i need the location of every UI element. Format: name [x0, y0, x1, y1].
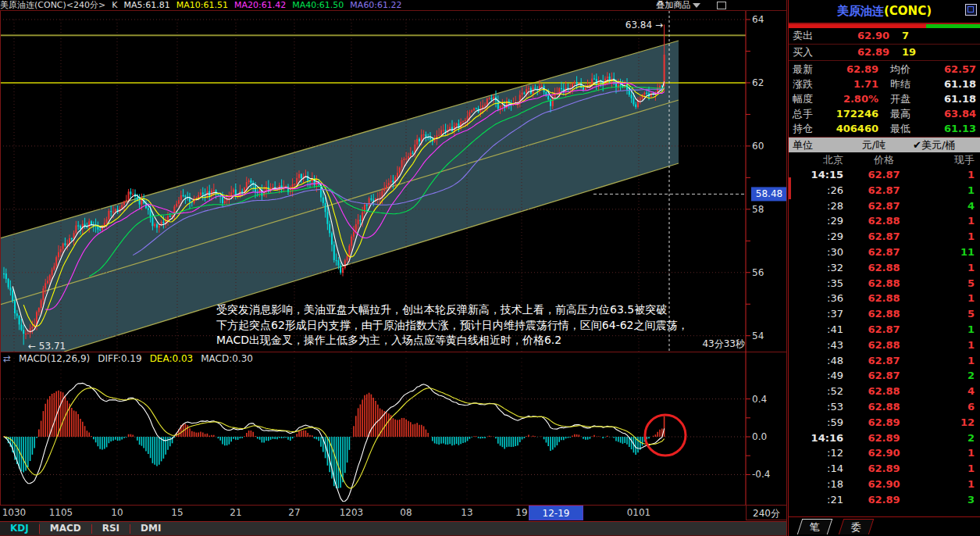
unit-usd-option[interactable]: ✔美元/桶 [913, 138, 980, 152]
x-axis-label: 13 [444, 507, 490, 518]
x-axis-label: 21 [212, 507, 259, 518]
contract-name: 美原油连 [837, 4, 884, 18]
ma-legend: MA5:61.81MA10:61.51MA20:61.42MA40:61.50M… [123, 0, 408, 10]
bar-countdown-timer: 43分33秒 [692, 338, 745, 351]
x-axis-label: 27 [271, 507, 318, 518]
col-volume: 现手 [925, 152, 980, 167]
indicator-tabbar: KDJMACDRSIDMI [0, 521, 787, 536]
trade-row: :2162.893 [789, 492, 980, 508]
panel-tab-trades[interactable]: 笔 [797, 519, 832, 534]
x-axis-label: 10 [94, 507, 141, 518]
contract-code: (CONC) [884, 4, 932, 18]
panel-tabbar: 笔委 [789, 516, 980, 536]
y-axis-label: 64 [752, 14, 764, 25]
window-icon[interactable] [717, 2, 726, 9]
overlay-commodity-button[interactable]: 叠加商品 [657, 0, 691, 10]
quote-panel: 美原油连(CONC) 卖出62.907买入62.8919 最新62.89均价62… [788, 0, 980, 536]
panel-tab-orders[interactable]: 委 [839, 519, 874, 534]
stat-row: 涨跌1.71昨结61.18 [789, 77, 980, 91]
chevron-down-icon[interactable] [693, 3, 700, 8]
x-axis-label: 1105 [37, 507, 84, 518]
trade-row: :3262.881 [789, 260, 980, 276]
svg-text:58.48: 58.48 [756, 188, 782, 199]
x-axis-label: 08 [383, 507, 429, 518]
x-axis-label: 1203 [328, 507, 375, 518]
chart-titlebar: 美原油连(CONC)<240分>KMA5:61.81MA10:61.51MA20… [0, 0, 787, 11]
trade-row: :2962.881 [789, 213, 980, 229]
unit-label: 单位 [789, 138, 835, 152]
trade-row: :5262.884 [789, 384, 980, 399]
check-icon: ✔ [913, 139, 921, 151]
macd-header: ⇄MACD(12,26,9)DIFF:0.19DEA:0.03MACD:0.30 [3, 353, 261, 364]
macd-params-label: MACD(12,26,9) [19, 353, 90, 364]
crosshair-time-tooltip: 12-19 06:00 [529, 506, 583, 520]
trade-row: :1262.901 [789, 445, 980, 461]
tab-rsi[interactable]: RSI [92, 522, 130, 535]
tab-macd[interactable]: MACD [40, 522, 91, 535]
trade-row: :4862.871 [789, 353, 980, 369]
macd-dea-value: DEA:0.03 [150, 353, 194, 364]
trade-row: :4362.881 [789, 338, 980, 353]
x-axis-label: 0101 [615, 507, 662, 518]
trade-row: 14:1662.892 [789, 431, 980, 446]
low-price-marker: ← 53.71 [28, 341, 66, 352]
candlestick-chart[interactable]: 63.84 →← 53.7164626058565458.48 [0, 11, 787, 352]
y-axis-label: 60 [752, 141, 764, 152]
trade-row: :1862.901 [789, 477, 980, 492]
macd-axis-label: 0.4 [752, 394, 767, 405]
quote-stats: 最新62.89均价62.57涨跌1.71昨结61.18幅度2.80%开盘61.1… [789, 61, 980, 138]
macd-histogram [4, 391, 665, 488]
cycle-indicator-icon[interactable]: ⇄ [3, 353, 11, 364]
golden-cross-circle [645, 415, 686, 456]
ma-legend-item: MA40:61.50 [292, 0, 344, 10]
stat-row: 最新62.89均价62.57 [789, 62, 980, 77]
trade-row: :2862.874 [789, 198, 980, 214]
analyst-annotation: 受突发消息影响，美油亚盘大幅拉升，创出本轮反弹新高，技术上看，前高压力位63.5… [216, 302, 755, 348]
ma-legend-item: MA10:61.51 [176, 0, 228, 10]
macd-diff-value: DIFF:0.19 [98, 353, 141, 364]
scrollbar-thumb[interactable] [789, 177, 791, 199]
panel-divider [786, 0, 787, 536]
macd-value: MACD:0.30 [201, 353, 253, 364]
y-axis-label: 62 [752, 77, 764, 88]
trading-app-window: 美原油连(CONC)<240分>KMA5:61.81MA10:61.51MA20… [0, 0, 980, 536]
y-axis-label: 58 [752, 204, 764, 215]
ma-legend-item: MA60:61.22 [350, 0, 401, 10]
high-price-marker: 63.84 → [625, 20, 663, 30]
ma-legend-item: MA5:61.81 [123, 0, 169, 10]
stat-row: 持仓406460最低61.13 [789, 121, 980, 136]
symbol-period-label: 美原油连(CONC)<240分> [0, 0, 105, 10]
unit-cny-option[interactable]: 元/吨 [835, 138, 913, 152]
ask-row: 卖出62.907 [789, 28, 980, 45]
y-axis-label: 56 [752, 267, 764, 278]
macd-axis-label: -0.4 [752, 469, 770, 480]
trade-row: :1462.891 [789, 461, 980, 477]
maximize-icon[interactable] [965, 4, 977, 16]
tab-dmi[interactable]: DMI [130, 522, 171, 535]
macd-panel[interactable]: 0.40.0-0.4 [0, 352, 787, 505]
annotation-line: MACD出现金叉，操作上低多为主，入场点应等黄白线相近时，价格6.2 [216, 333, 755, 348]
annotation-line: 受突发消息影响，美油亚盘大幅拉升，创出本轮反弹新高，技术上看，前高压力位63.5… [216, 302, 755, 318]
trades-table-header: 北京 价格 现手 [789, 152, 980, 167]
annotation-line: 下方起突点62形成日内支撑，由于原油指数大涨，预计日内维持震荡行情，区间64-6… [216, 318, 755, 334]
trade-row: :2662.871 [789, 183, 980, 198]
trade-row: :2962.871 [789, 229, 980, 245]
trade-row: 14:1562.871 [789, 167, 980, 183]
time-axis: 010119130812032721151011051030 12-19 06:… [0, 505, 787, 522]
unit-row: 单位 元/吨 ✔美元/桶 [789, 138, 980, 152]
trade-row: :3562.885 [789, 276, 980, 291]
tab-kdj[interactable]: KDJ [0, 522, 39, 535]
bid-row: 买入62.8919 [789, 45, 980, 61]
x-axis-label: 1030 [0, 507, 37, 518]
trade-row: :3662.881 [789, 291, 980, 306]
col-price: 价格 [843, 152, 925, 167]
period-selector[interactable]: 240分 [746, 505, 787, 520]
trade-row: :5962.8912 [789, 415, 980, 431]
quote-panel-header: 美原油连(CONC) [789, 0, 980, 24]
trade-row: :4162.871 [789, 322, 980, 338]
x-axis-label: 15 [154, 507, 201, 518]
trades-list[interactable]: 14:1562.871:2662.871:2862.874:2962.881:2… [789, 167, 980, 508]
ma-legend-item: MA20:61.42 [234, 0, 286, 10]
trade-row: :5362.886 [789, 399, 980, 415]
trade-row: :3062.8711 [789, 245, 980, 260]
